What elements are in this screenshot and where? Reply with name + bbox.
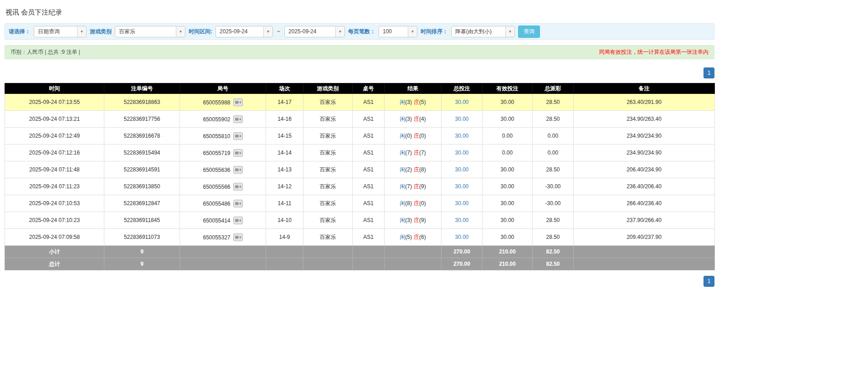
chevron-down-icon[interactable]: ▼	[77, 26, 86, 37]
summary-empty-cell	[353, 258, 385, 270]
game-type-cell: 百家乐	[303, 161, 353, 178]
page-title: 视讯 会员下注纪录	[5, 4, 714, 23]
player-result-score: (3)	[405, 116, 412, 122]
game-type-select[interactable]: 百家乐 ▼	[115, 26, 185, 37]
table-no-cell: AS1	[353, 178, 385, 195]
summary-row: 小计9270.00210.0082.50	[5, 246, 715, 258]
round-number: 650055902	[203, 116, 230, 122]
page-container: 视讯 会员下注纪录 请选择： 日期查询 ▼ 游戏类别 百家乐 ▼ 时间区间: 2…	[0, 0, 719, 290]
total-bet-link[interactable]: 30.00	[455, 150, 468, 156]
round-cell: 650055486	[180, 195, 266, 212]
valid-bet-cell: 30.00	[483, 229, 533, 246]
game-type-cell: 百家乐	[303, 111, 353, 128]
result-cell: 闲(2)庄(8)	[385, 161, 442, 178]
total-bet-link[interactable]: 30.00	[455, 217, 468, 223]
total-bet-link[interactable]: 30.00	[455, 166, 468, 173]
chevron-down-icon[interactable]: ▼	[335, 26, 344, 37]
total-bet-cell: 30.00	[442, 145, 483, 161]
payout-cell: 28.50	[533, 94, 574, 111]
video-replay-icon[interactable]	[233, 132, 243, 140]
time-cell: 2025-09-24 07:12:16	[5, 145, 104, 161]
total-bet-link[interactable]: 30.00	[455, 116, 468, 122]
summary-label-cell: 总计	[5, 258, 104, 270]
page-number-button[interactable]: 1	[704, 67, 714, 78]
table-body: 2025-09-24 07:13:55522836918863650055988…	[5, 94, 715, 246]
session-cell: 14-11	[266, 195, 303, 212]
player-result-score: (7)	[405, 183, 412, 190]
page-number-button[interactable]: 1	[704, 276, 714, 287]
banker-result-label: 庄	[414, 200, 419, 207]
summary-empty-cell	[353, 246, 385, 258]
table-row: 2025-09-24 07:12:16522836915494650055719…	[5, 145, 715, 161]
session-cell: 14-16	[266, 111, 303, 128]
video-replay-icon[interactable]	[233, 115, 243, 123]
column-header: 结果	[385, 83, 442, 94]
column-header: 游戏类别	[303, 83, 353, 94]
round-cell: 650055902	[180, 111, 266, 128]
player-result-label: 闲	[400, 200, 405, 207]
note-cell: 234.90/263.40	[574, 111, 715, 128]
banker-result-label: 庄	[414, 150, 419, 156]
column-header: 时间	[5, 83, 104, 94]
total-bet-link[interactable]: 30.00	[455, 99, 468, 105]
player-result-label: 闲	[400, 234, 405, 240]
page-size-select[interactable]: 100 ▼	[379, 26, 417, 37]
date-range-separator: ~	[276, 28, 281, 35]
total-bet-link[interactable]: 30.00	[455, 200, 468, 207]
date-to-select[interactable]: 2025-09-24 ▼	[284, 26, 345, 37]
column-header: 总派彩	[533, 83, 574, 94]
valid-bet-cell: 30.00	[483, 161, 533, 178]
session-cell: 14-9	[266, 229, 303, 246]
video-replay-icon[interactable]	[233, 200, 243, 207]
summary-payout-cell: 82.50	[533, 258, 574, 270]
video-replay-icon[interactable]	[233, 217, 243, 224]
total-bet-link[interactable]: 30.00	[455, 133, 468, 139]
query-type-select[interactable]: 日期查询 ▼	[34, 26, 87, 37]
time-cell: 2025-09-24 07:11:23	[5, 178, 104, 195]
round-number: 650055414	[203, 217, 230, 223]
summary-total-bet-cell: 270.00	[442, 246, 483, 258]
note-cell: 209.40/237.90	[574, 229, 715, 246]
search-button[interactable]: 查询	[518, 26, 540, 38]
video-replay-icon[interactable]	[233, 233, 243, 241]
banker-result-score: (9)	[419, 183, 426, 190]
column-header: 局号	[180, 83, 266, 94]
total-bet-cell: 30.00	[442, 178, 483, 195]
chevron-down-icon[interactable]: ▼	[408, 26, 417, 37]
valid-bet-cell: 30.00	[483, 111, 533, 128]
time-cell: 2025-09-24 07:11:48	[5, 161, 104, 178]
game-type-cell: 百家乐	[303, 145, 353, 161]
round-cell: 650055719	[180, 145, 266, 161]
select-type-label: 请选择：	[9, 28, 31, 36]
table-no-cell: AS1	[353, 161, 385, 178]
banker-result-score: (6)	[419, 234, 426, 240]
player-result-score: (2)	[405, 166, 412, 173]
pagination-top: 1	[5, 67, 714, 78]
player-result-label: 闲	[400, 133, 405, 139]
banker-result-score: (0)	[419, 200, 426, 207]
total-bet-link[interactable]: 30.00	[455, 183, 468, 190]
page-size-value: 100	[379, 26, 408, 37]
total-bet-link[interactable]: 30.00	[455, 234, 468, 240]
player-result-label: 闲	[400, 217, 405, 223]
column-header: 有效投注	[483, 83, 533, 94]
video-replay-icon[interactable]	[233, 183, 243, 191]
video-replay-icon[interactable]	[233, 166, 243, 174]
summary-note-cell	[574, 246, 715, 258]
valid-bet-cell: 0.00	[483, 145, 533, 161]
video-replay-icon[interactable]	[233, 98, 243, 106]
payout-cell: 28.50	[533, 161, 574, 178]
date-from-select[interactable]: 2025-09-24 ▼	[216, 26, 273, 37]
video-replay-icon[interactable]	[233, 149, 243, 157]
betting-records-table: 时间注单编号局号场次游戏类别桌号结果总投注有效投注总派彩备注 2025-09-2…	[5, 83, 715, 270]
player-result-label: 闲	[400, 166, 405, 173]
chevron-down-icon[interactable]: ▼	[263, 26, 272, 37]
chevron-down-icon[interactable]: ▼	[505, 26, 514, 37]
result-cell: 闲(0)庄(0)	[385, 128, 442, 145]
round-number: 650055486	[203, 200, 230, 207]
sort-select[interactable]: 降幂(由大到小) ▼	[451, 26, 515, 37]
note-cell: 237.90/266.40	[574, 212, 715, 229]
chevron-down-icon[interactable]: ▼	[176, 26, 185, 37]
round-number: 650055719	[203, 150, 230, 156]
filter-bar: 请选择： 日期查询 ▼ 游戏类别 百家乐 ▼ 时间区间: 2025-09-24 …	[5, 23, 714, 40]
